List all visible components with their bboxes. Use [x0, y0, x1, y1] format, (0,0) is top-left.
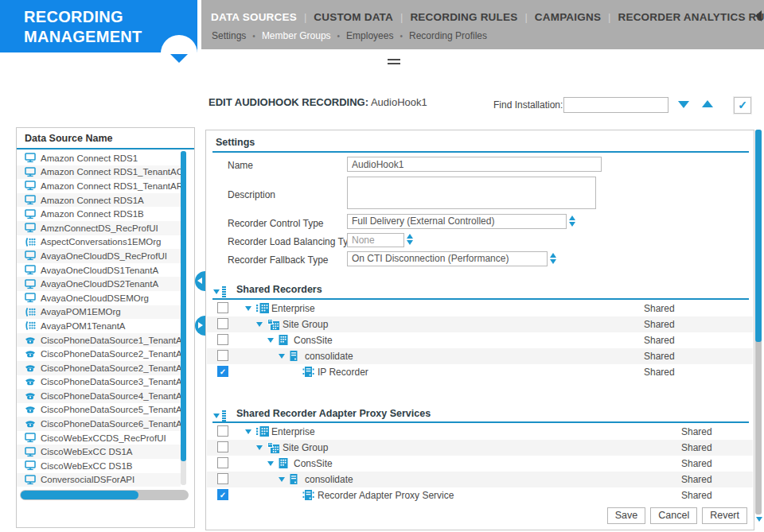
- subtab-settings[interactable]: Settings: [212, 30, 246, 41]
- shared-proxies-collapse-icon[interactable]: [213, 410, 226, 421]
- tree-row-site-group: Site GroupShared: [207, 316, 753, 332]
- revert-button[interactable]: Revert: [702, 507, 747, 524]
- subtab-separator: •: [400, 32, 403, 41]
- tree-row-conssite: ConsSiteShared: [207, 332, 753, 348]
- datasource-item[interactable]: Amazon Connect RDS1A: [17, 193, 181, 208]
- tree-checkbox[interactable]: [217, 425, 228, 437]
- subtab-recording-profiles[interactable]: Recording Profiles: [409, 30, 487, 41]
- tree-node-label[interactable]: IP Recorder: [318, 364, 368, 380]
- datasource-item[interactable]: AvayaOneCloudDS2TenantA: [17, 277, 181, 291]
- datasource-item[interactable]: AvayaPOM1TenantA: [17, 319, 181, 333]
- tree-checkbox[interactable]: ✓: [217, 366, 228, 377]
- tree-checkbox[interactable]: [217, 318, 228, 329]
- nav-drag-handle[interactable]: [388, 59, 400, 67]
- chevron-down-icon[interactable]: [279, 477, 285, 482]
- datasource-item[interactable]: CiscoPhoneDataSource6_TenantA: [17, 417, 181, 431]
- rotary-phone-icon: [25, 391, 37, 401]
- tree-checkbox[interactable]: [217, 441, 228, 452]
- tree-row-recorder-adapter-proxy-service: ✓Recorder Adapter Proxy ServiceShared: [207, 487, 753, 503]
- datasource-item[interactable]: CiscoWebExCCDS_RecProfUI: [17, 431, 181, 445]
- monitor-icon: [25, 195, 37, 205]
- tree-node-label[interactable]: Enterprise: [271, 301, 315, 316]
- datasource-horizontal-scrollbar[interactable]: [20, 490, 189, 500]
- datasource-item-label: CiscoPhoneDataSource1_TenantA: [41, 336, 181, 345]
- recorder-control-type-select[interactable]: Full Delivery (External Controlled): [347, 214, 567, 229]
- datasource-item[interactable]: CiscoPhoneDataSource3_TenantA: [17, 375, 181, 390]
- datasource-item[interactable]: CiscoPhoneDataSource5_TenantA: [17, 403, 181, 417]
- tree-node-label[interactable]: Enterprise: [271, 424, 315, 440]
- datasource-item[interactable]: CiscoWebExCC DS1B: [17, 459, 181, 473]
- datasource-item[interactable]: AvayaPOM1EMOrg: [17, 305, 181, 320]
- expand-panel-button[interactable]: [195, 316, 205, 336]
- datasource-item[interactable]: AmznConnectDS_RecProfUI: [17, 221, 181, 235]
- subtab-employees[interactable]: Employees: [346, 30, 393, 41]
- tab-data-sources[interactable]: DATA SOURCES: [211, 11, 297, 23]
- tree-node-label[interactable]: ConsSite: [294, 456, 333, 472]
- site-icon: [279, 458, 288, 468]
- tree-node-label[interactable]: consolidate: [305, 472, 353, 487]
- subtab-member-groups[interactable]: Member Groups: [262, 30, 331, 41]
- recorder-icon: [302, 367, 314, 377]
- nav-scroll-left-icon[interactable]: [755, 10, 762, 21]
- datasource-list: Amazon Connect RDS1Amazon Connect RDS1_T…: [17, 151, 181, 487]
- tab-recording-rules[interactable]: RECORDING RULES: [410, 11, 517, 23]
- datasource-item-label: Amazon Connect RDS1A: [41, 196, 144, 205]
- tree-checkbox[interactable]: [217, 457, 228, 468]
- find-apply-button[interactable]: ✓: [734, 97, 751, 114]
- datasource-item[interactable]: Amazon Connect RDS1_TenantACh: [17, 165, 181, 180]
- datasource-item-label: CiscoPhoneDataSource3_TenantA: [41, 377, 181, 386]
- chevron-down-icon[interactable]: [267, 338, 274, 343]
- recorder-control-type-spinner-icon[interactable]: [569, 216, 575, 227]
- tab-recorder-analytics-rules[interactable]: RECORDER ANALYTICS RULES: [618, 11, 764, 23]
- datasource-item[interactable]: Amazon Connect RDS1B: [17, 207, 181, 221]
- scrollbar-down-arrow-icon[interactable]: [756, 517, 762, 522]
- tab-custom-data[interactable]: CUSTOM DATA: [314, 11, 393, 23]
- datasource-item[interactable]: CiscoPhoneDataSource1_TenantA: [17, 333, 181, 348]
- tree-checkbox[interactable]: ✓: [217, 489, 228, 500]
- tab-campaigns[interactable]: CAMPAIGNS: [535, 11, 601, 23]
- recorder-fallback-type-select[interactable]: On CTI Disconnection (Performance): [347, 251, 548, 266]
- tree-checkbox[interactable]: [217, 334, 228, 345]
- collapse-panel-button[interactable]: [195, 271, 205, 291]
- save-button[interactable]: Save: [607, 507, 646, 524]
- shared-recorders-collapse-icon[interactable]: [213, 286, 226, 297]
- recorder-load-balancing-spinner-icon[interactable]: [407, 234, 413, 245]
- tree-checkbox[interactable]: [217, 473, 228, 484]
- datasource-item[interactable]: AvayaOneCloudDSEMOrg: [17, 291, 181, 305]
- tree-checkbox[interactable]: [217, 350, 228, 361]
- tree-node-label[interactable]: Site Group: [283, 316, 328, 332]
- datasource-item[interactable]: Amazon Connect RDS1_TenantARo: [17, 179, 181, 193]
- chevron-down-icon[interactable]: [256, 445, 263, 450]
- datasource-item[interactable]: CiscoPhoneDataSource2_TenantA_: [17, 361, 181, 375]
- datasource-vertical-scrollbar[interactable]: [181, 151, 186, 485]
- header-collapse-chevron-icon[interactable]: [170, 54, 188, 63]
- chevron-down-icon[interactable]: [245, 306, 251, 311]
- main-vertical-scrollbar[interactable]: [755, 130, 762, 515]
- recorder-fallback-type-spinner-icon[interactable]: [550, 253, 556, 264]
- name-input[interactable]: [347, 157, 602, 172]
- datasource-item[interactable]: CiscoWebExCC DS1A: [17, 445, 181, 459]
- settings-section-title: Settings: [216, 137, 255, 148]
- datasource-item[interactable]: ConversocialDSForAPI: [17, 473, 181, 487]
- find-installation-input[interactable]: [563, 97, 668, 113]
- datasource-item[interactable]: AvayaOneCloudDS1TenantA: [17, 263, 181, 278]
- cancel-button[interactable]: Cancel: [650, 507, 697, 524]
- datasource-item[interactable]: AvayaOneCloudDS_RecProfUI: [17, 249, 181, 263]
- tree-node-label[interactable]: consolidate: [305, 348, 353, 364]
- find-next-icon[interactable]: [678, 101, 689, 108]
- chevron-down-icon[interactable]: [256, 322, 263, 327]
- description-textarea[interactable]: [347, 177, 596, 209]
- chevron-down-icon[interactable]: [279, 354, 285, 359]
- tree-checkbox[interactable]: [217, 302, 228, 313]
- datasource-item[interactable]: Amazon Connect RDS1: [17, 151, 181, 165]
- chevron-down-icon[interactable]: [267, 461, 274, 466]
- find-prev-icon[interactable]: [702, 100, 713, 107]
- tree-node-label[interactable]: ConsSite: [294, 332, 333, 348]
- datasource-item[interactable]: CiscoPhoneDataSource4_TenantA: [17, 389, 181, 403]
- recorder-load-balancing-select[interactable]: None: [347, 233, 404, 247]
- tree-node-label[interactable]: Recorder Adapter Proxy Service: [318, 487, 454, 503]
- tree-node-label[interactable]: Site Group: [283, 440, 328, 456]
- chevron-down-icon[interactable]: [245, 429, 251, 434]
- datasource-item[interactable]: AspectConversations1EMOrg: [17, 235, 181, 250]
- datasource-item[interactable]: CiscoPhoneDataSource2_TenantA: [17, 347, 181, 361]
